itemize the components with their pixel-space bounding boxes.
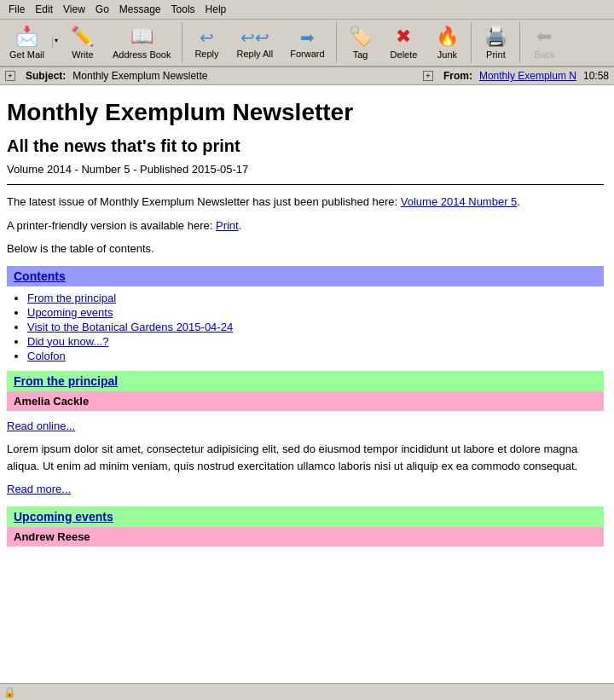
- subject-value: Monthly Exemplum Newslette: [72, 70, 416, 82]
- status-bar: 🔒: [0, 683, 614, 700]
- address-book-icon: 📖: [130, 26, 154, 48]
- reply-all-label: Reply All: [236, 49, 273, 59]
- toolbar: 📩 Get Mail ▾ ✏️ Write 📖 Address Book ↩ R…: [0, 20, 614, 67]
- tag-label: Tag: [353, 49, 368, 60]
- section2-author: Andrew Reese: [14, 530, 90, 543]
- back-button[interactable]: ⬅ Back: [524, 22, 565, 62]
- get-mail-button[interactable]: 📩 Get Mail: [2, 22, 52, 62]
- status-icon: 🔒: [3, 686, 16, 698]
- menu-bar: File Edit View Go Message Tools Help: [0, 0, 614, 20]
- list-item: Colofon: [27, 350, 604, 362]
- toolbar-separator-2: [336, 22, 337, 63]
- contents-link-colofon[interactable]: Colofon: [27, 350, 66, 362]
- print-label: Print: [486, 49, 506, 60]
- reply-all-icon: ↩↩: [240, 27, 269, 48]
- print-text: A printer-friendly version is available …: [7, 217, 604, 234]
- email-content[interactable]: Monthly Exemplum Newsletter All the news…: [0, 85, 614, 687]
- junk-button[interactable]: 🔥 Junk: [426, 22, 467, 62]
- section1-read-online: Read online...: [7, 418, 604, 435]
- contents-link-principal[interactable]: From the principal: [27, 292, 116, 304]
- menu-help[interactable]: Help: [200, 2, 232, 17]
- toolbar-separator-1: [182, 22, 182, 63]
- junk-label: Junk: [437, 49, 457, 60]
- read-more-link[interactable]: Read more...: [7, 483, 71, 495]
- from-value[interactable]: Monthly Exemplum N: [479, 70, 576, 82]
- write-button[interactable]: ✏️ Write: [62, 22, 103, 62]
- reply-button[interactable]: ↩ Reply: [186, 24, 227, 62]
- write-icon: ✏️: [71, 26, 94, 48]
- list-item: Upcoming events: [27, 306, 604, 319]
- menu-tools[interactable]: Tools: [166, 2, 200, 17]
- section1-header-link[interactable]: From the principal: [14, 374, 118, 388]
- subject-bar: + Subject: Monthly Exemplum Newslette + …: [0, 67, 614, 85]
- toolbar-separator-3: [471, 22, 472, 63]
- address-book-button[interactable]: 📖 Address Book: [105, 22, 178, 62]
- subject-label: Subject:: [26, 70, 66, 82]
- time-display: 10:58: [583, 70, 609, 82]
- back-label: Back: [534, 49, 554, 60]
- write-label: Write: [72, 49, 93, 60]
- menu-edit[interactable]: Edit: [30, 2, 58, 17]
- contents-link-upcoming[interactable]: Upcoming events: [27, 306, 113, 319]
- tag-button[interactable]: 🏷️ Tag: [340, 22, 381, 62]
- intro-text: The latest issue of Monthly Exemplum New…: [7, 194, 604, 211]
- print-link[interactable]: Print: [216, 219, 239, 232]
- contents-link-botanical[interactable]: Visit to the Botanical Gardens 2015-04-2…: [27, 321, 233, 333]
- contents-list: From the principal Upcoming events Visit…: [27, 292, 604, 362]
- get-mail-icon: 📩: [15, 26, 38, 48]
- section2-author-bar: Andrew Reese: [7, 527, 604, 547]
- junk-icon: 🔥: [436, 26, 459, 48]
- list-item: From the principal: [27, 292, 604, 304]
- section1-header: From the principal: [7, 371, 604, 391]
- reply-label: Reply: [194, 49, 218, 59]
- from-expand-btn[interactable]: +: [423, 71, 433, 81]
- section1-author-bar: Amelia Cackle: [7, 391, 604, 411]
- list-item: Visit to the Botanical Gardens 2015-04-2…: [27, 321, 604, 333]
- get-mail-dropdown[interactable]: ▾: [52, 37, 61, 48]
- delete-button[interactable]: ✖ Delete: [383, 22, 426, 62]
- print-icon: 🖨️: [484, 26, 507, 48]
- reply-all-button[interactable]: ↩↩ Reply All: [229, 24, 281, 62]
- delete-label: Delete: [391, 49, 418, 60]
- forward-label: Forward: [290, 49, 324, 59]
- contents-link-didyouknow[interactable]: Did you know...?: [27, 335, 108, 348]
- menu-go[interactable]: Go: [90, 2, 114, 17]
- get-mail-label: Get Mail: [9, 49, 44, 60]
- read-online-link[interactable]: Read online...: [7, 419, 75, 432]
- back-icon: ⬅: [536, 26, 552, 48]
- email-volume: Volume 2014 - Number 5 - Published 2015-…: [7, 163, 604, 176]
- table-text: Below is the table of contents.: [7, 240, 604, 257]
- toolbar-separator-4: [519, 22, 520, 63]
- forward-button[interactable]: ➡ Forward: [282, 24, 332, 62]
- list-item: Did you know...?: [27, 335, 604, 348]
- address-book-label: Address Book: [113, 49, 171, 60]
- tag-icon: 🏷️: [349, 26, 372, 48]
- print-button[interactable]: 🖨️ Print: [475, 22, 516, 62]
- contents-header-link[interactable]: Contents: [14, 269, 66, 283]
- email-subtitle: All the news that's fit to print: [7, 136, 604, 156]
- section1-body: Lorem ipsum dolor sit amet, consectetur …: [7, 441, 604, 474]
- volume-link[interactable]: Volume 2014 Number 5: [401, 195, 518, 208]
- forward-icon: ➡: [300, 27, 315, 48]
- subject-expand-btn[interactable]: +: [5, 71, 15, 81]
- reply-icon: ↩: [200, 27, 214, 48]
- contents-header: Contents: [7, 266, 604, 286]
- section1-read-more: Read more...: [7, 481, 604, 498]
- section2-header: Upcoming events: [7, 506, 604, 527]
- divider-1: [7, 184, 604, 185]
- menu-file[interactable]: File: [3, 2, 30, 17]
- menu-view[interactable]: View: [58, 2, 90, 17]
- delete-icon: ✖: [396, 26, 411, 48]
- section1-author: Amelia Cackle: [14, 395, 89, 408]
- menu-message[interactable]: Message: [114, 2, 166, 17]
- from-label: From:: [443, 70, 472, 82]
- email-title: Monthly Exemplum Newsletter: [7, 99, 604, 126]
- section2-header-link[interactable]: Upcoming events: [14, 510, 113, 524]
